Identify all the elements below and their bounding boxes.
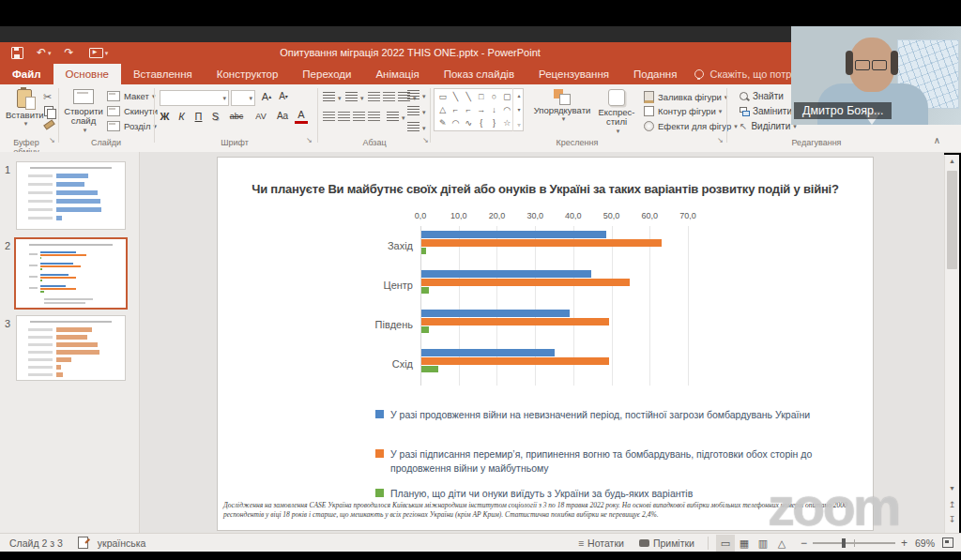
comments-toggle[interactable]: Примітки [653, 537, 694, 549]
paste-button[interactable]: Вставити ▾ [6, 89, 43, 128]
shape-cell-icon[interactable]: ▭ [439, 92, 448, 101]
font-name-combo[interactable]: ▾ [160, 90, 229, 106]
webcam-overlay[interactable]: Дмитро Бояр... [791, 26, 961, 125]
normal-view-button[interactable]: ▭ [716, 535, 735, 552]
zoom-level[interactable]: 69% [915, 537, 935, 549]
shape-cell-icon[interactable]: { [480, 118, 482, 128]
shape-cell-icon[interactable]: ⌐ [466, 105, 471, 114]
current-slide[interactable]: Чи плануєте Ви майбутнє своїх дітей або … [218, 158, 873, 530]
shape-cell-icon[interactable]: ↓ [492, 105, 496, 114]
shape-cell-icon[interactable]: ▢ [503, 92, 511, 101]
fit-to-window-button[interactable] [942, 537, 953, 548]
shrink-font-button[interactable]: A▾ [276, 89, 291, 104]
tab-переходи[interactable]: Переходи [290, 64, 363, 84]
shapes-gallery-stepper[interactable]: ▴ ▾ ▿ [512, 88, 525, 131]
shape-cell-icon[interactable]: □ [479, 92, 483, 101]
text-shadow-button[interactable]: S [208, 109, 222, 124]
shape-cell-icon[interactable]: → [477, 105, 485, 114]
gallery-more-icon[interactable]: ▿ [517, 121, 520, 128]
slide-thumbnail-1[interactable] [16, 161, 126, 230]
undo-button[interactable]: ↶ [37, 42, 46, 64]
quick-styles-button[interactable]: Експрес-стилі ▾ [595, 89, 638, 135]
replace-button[interactable]: Замінити [740, 106, 792, 116]
shape-cell-icon[interactable]: ◠ [503, 105, 511, 114]
underline-button[interactable]: П [191, 109, 206, 124]
shape-cell-icon[interactable]: ⌐ [453, 105, 458, 114]
paragraph-dialog-launcher-icon[interactable]: ↘ [422, 136, 429, 144]
italic-button[interactable]: К [175, 109, 189, 124]
clipboard-dialog-launcher-icon[interactable]: ↘ [49, 136, 55, 144]
shape-outline-button[interactable]: Контур фігури ▾ [644, 106, 722, 116]
drawing-dialog-launcher-icon[interactable]: ↘ [717, 136, 724, 144]
text-direction-button[interactable]: ▾ [407, 90, 426, 100]
vertical-scrollbar[interactable]: ▲ ▼ ↥ ↧ [944, 155, 959, 533]
customize-qat-caret-icon[interactable]: ▾ [105, 50, 109, 57]
font-color-button[interactable]: A [295, 109, 308, 124]
smartart-convert-button[interactable]: ▾ [407, 122, 426, 132]
select-button[interactable]: ↖ Виділити ▾ [740, 121, 797, 131]
spellcheck-icon[interactable] [78, 537, 88, 549]
align-left-button[interactable] [323, 112, 335, 122]
align-text-button[interactable]: ▾ [407, 106, 426, 116]
strikethrough-button[interactable]: abc [225, 109, 248, 124]
scroll-up-icon[interactable]: ▲ [945, 158, 959, 164]
tab-анімація[interactable]: Анімація [363, 64, 431, 84]
columns-button[interactable]: ▾ [387, 112, 405, 122]
shape-cell-icon[interactable]: ☆ [503, 118, 511, 128]
gallery-up-icon[interactable]: ▴ [517, 92, 520, 98]
notes-toggle[interactable]: Нотатки [587, 537, 624, 549]
scroll-down-icon[interactable]: ▼ [945, 485, 959, 492]
tab-вставлення[interactable]: Вставлення [121, 64, 205, 84]
undo-caret-icon[interactable]: ▾ [48, 50, 52, 57]
new-slide-button[interactable]: Створити слайд ▾ [62, 89, 105, 134]
font-dialog-launcher-icon[interactable]: ↘ [306, 136, 313, 144]
bold-button[interactable]: Ж [158, 109, 172, 124]
comments-icon[interactable] [639, 539, 649, 547]
shape-cell-icon[interactable]: ◠ [452, 118, 460, 128]
shape-cell-icon[interactable]: ∿ [465, 118, 472, 128]
redo-button[interactable]: ↷ [65, 42, 74, 64]
language-indicator[interactable]: українська [98, 537, 146, 549]
zoom-out-button[interactable]: − [801, 537, 807, 550]
increase-indent-button[interactable] [383, 92, 395, 102]
previous-slide-button[interactable]: ↥ [945, 500, 959, 509]
shape-cell-icon[interactable]: ✎ [439, 118, 447, 128]
find-button[interactable]: Знайти [740, 91, 784, 101]
slideshow-view-button[interactable]: △ [772, 535, 791, 552]
collapse-ribbon-button[interactable]: ∧ [934, 135, 940, 145]
arrange-button[interactable]: Упорядкувати ▾ [531, 89, 593, 123]
shape-effects-button[interactable]: Ефекти для фігур ▾ [644, 121, 738, 131]
change-case-button[interactable]: Aa [274, 109, 291, 124]
slide-sorter-view-button[interactable]: ▦ [735, 535, 754, 552]
slide-thumbnail-3[interactable] [16, 315, 126, 381]
start-slideshow-icon[interactable]: ▶ [89, 48, 103, 58]
zoom-slider-thumb[interactable] [842, 538, 846, 548]
shape-fill-button[interactable]: Заливка фігури ▾ [644, 91, 727, 103]
align-right-button[interactable] [353, 112, 365, 122]
zoom-in-button[interactable]: + [901, 537, 908, 550]
scrollbar-thumb[interactable] [947, 171, 957, 269]
next-slide-button[interactable]: ↧ [945, 515, 959, 524]
copy-button[interactable] [44, 106, 53, 116]
shape-cell-icon[interactable]: △ [439, 105, 446, 114]
save-icon[interactable] [11, 47, 23, 59]
shape-cell-icon[interactable]: ╲ [453, 92, 458, 101]
cut-button[interactable]: ✂ [43, 91, 52, 103]
shape-cell-icon[interactable]: ○ [492, 92, 496, 101]
justify-button[interactable] [368, 112, 380, 122]
numbering-button[interactable]: ▾ [345, 92, 364, 102]
section-button[interactable]: Розділ ▾ [107, 121, 157, 131]
tab-подання[interactable]: Подання [621, 64, 689, 84]
bullets-button[interactable]: ▾ [323, 92, 342, 102]
slide-thumbnail-2[interactable] [14, 237, 128, 310]
tab-рецензування[interactable]: Рецензування [526, 64, 621, 84]
shapes-gallery[interactable]: ▭╲╲□○▢△⌐⌐→↓◠✎◠∿{}☆ [434, 88, 524, 131]
zoom-slider[interactable] [813, 542, 895, 544]
notes-icon[interactable]: ≡ [578, 537, 584, 549]
format-painter-button[interactable] [44, 122, 54, 128]
font-size-combo[interactable]: ▾ [231, 90, 255, 106]
tab-конструктор[interactable]: Конструктор [205, 64, 291, 84]
character-spacing-button[interactable]: AV [252, 109, 270, 124]
decrease-indent-button[interactable] [368, 92, 380, 102]
tab-основне[interactable]: Основне [53, 64, 121, 84]
